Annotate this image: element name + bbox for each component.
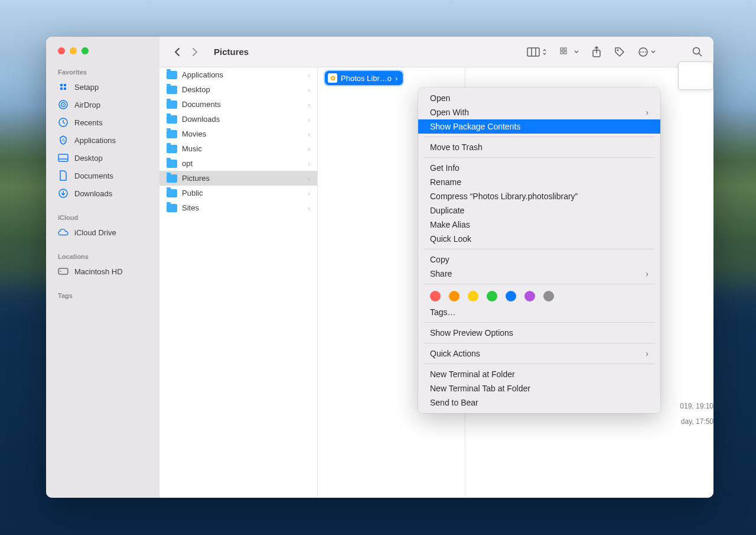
menu-item-tags[interactable]: Tags… [418, 305, 660, 319]
back-button[interactable] [170, 45, 184, 59]
folder-pictures[interactable]: Pictures› [159, 171, 317, 186]
hd-icon [58, 266, 69, 277]
sidebar-heading: Tags [46, 288, 159, 301]
file-photos-library[interactable]: Photos Libr…o› [322, 70, 460, 86]
file-label: Photos Libr…o [341, 74, 392, 83]
sidebar-item-label: Documents [74, 171, 113, 180]
tag-color[interactable] [487, 291, 497, 301]
forward-button[interactable] [188, 45, 202, 59]
folder-label: Pictures [182, 174, 210, 183]
sidebar-item-recents[interactable]: Recents [46, 114, 159, 131]
menu-item-label: Move to Trash [430, 142, 483, 152]
applications-icon: A [58, 135, 69, 145]
folder-label: Applications [182, 70, 223, 79]
folder-icon [167, 115, 177, 124]
folder-music[interactable]: Music› [159, 141, 317, 156]
svg-point-25 [643, 51, 644, 53]
menu-item-quick-actions[interactable]: Quick Actions› [418, 346, 660, 361]
sidebar-item-downloads[interactable]: Downloads [46, 184, 159, 202]
menu-item-label: Quick Look [430, 234, 471, 244]
group-by-button[interactable] [560, 47, 579, 57]
folder-icon [167, 71, 177, 79]
tag-color[interactable] [524, 291, 535, 301]
documents-icon [58, 170, 69, 181]
close-window-button[interactable] [58, 47, 65, 54]
photos-library-icon [328, 73, 337, 83]
folder-desktop[interactable]: Desktop› [159, 82, 317, 97]
sidebar-item-label: iCloud Drive [74, 228, 116, 237]
share-button[interactable] [592, 46, 601, 58]
svg-rect-20 [564, 51, 566, 54]
tag-color[interactable] [543, 291, 554, 301]
folder-sites[interactable]: Sites› [159, 200, 317, 215]
tag-color-row [418, 287, 660, 305]
menu-item-share[interactable]: Share› [418, 267, 660, 281]
svg-point-26 [645, 51, 646, 53]
view-columns-button[interactable] [527, 47, 547, 57]
chevron-right-icon: › [308, 72, 310, 79]
folder-opt[interactable]: opt› [159, 156, 317, 171]
sidebar-heading: iCloud [46, 210, 159, 223]
action-button[interactable] [638, 47, 656, 57]
search-button[interactable] [692, 47, 703, 57]
tag-color[interactable] [449, 291, 460, 301]
tag-color[interactable] [430, 291, 441, 301]
sidebar-item-macintosh-hd[interactable]: Macintosh HD [46, 262, 159, 280]
tags-button[interactable] [614, 47, 625, 57]
menu-item-make-alias[interactable]: Make Alias [418, 218, 660, 232]
folder-public[interactable]: Public› [159, 186, 317, 200]
menu-item-show-preview-options[interactable]: Show Preview Options [418, 326, 660, 340]
menu-item-open-with[interactable]: Open With› [418, 105, 660, 119]
column-1: Applications›Desktop›Documents›Downloads… [159, 67, 318, 498]
tag-color[interactable] [506, 291, 516, 301]
folder-icon [167, 100, 177, 109]
menu-item-move-to-trash[interactable]: Move to Trash [418, 140, 660, 154]
chevron-right-icon: › [308, 131, 310, 138]
chevron-right-icon: › [308, 205, 310, 212]
window-controls [46, 47, 159, 65]
menu-item-duplicate[interactable]: Duplicate [418, 203, 660, 218]
svg-point-22 [617, 49, 619, 51]
svg-point-24 [640, 51, 641, 53]
svg-rect-3 [64, 87, 66, 90]
menu-item-rename[interactable]: Rename [418, 175, 660, 189]
menu-item-send-to-bear[interactable]: Send to Bear [418, 395, 660, 410]
menu-item-label: Show Preview Options [430, 328, 513, 338]
preview-thumbnail [678, 61, 713, 90]
menu-item-label: New Terminal Tab at Folder [430, 384, 530, 393]
menu-item-get-info[interactable]: Get Info [418, 161, 660, 175]
menu-item-label: Quick Actions [430, 349, 480, 358]
svg-point-6 [63, 104, 64, 105]
sidebar-item-documents[interactable]: Documents [46, 167, 159, 184]
menu-item-new-terminal-tab-at-folder[interactable]: New Terminal Tab at Folder [418, 381, 660, 395]
sidebar-item-label: Setapp [74, 83, 99, 92]
menu-item-compress-photos-library-photoslibrary[interactable]: Compress “Photos Library.photoslibrary” [418, 189, 660, 203]
minimize-window-button[interactable] [70, 47, 77, 54]
folder-label: Sites [182, 203, 199, 212]
sidebar-item-icloud-drive[interactable]: iCloud Drive [46, 223, 159, 241]
menu-item-label: Tags… [430, 307, 456, 317]
folder-movies[interactable]: Movies› [159, 127, 317, 141]
sidebar-item-airdrop[interactable]: AirDrop [46, 96, 159, 114]
menu-item-quick-look[interactable]: Quick Look [418, 232, 660, 246]
svg-rect-9 [58, 154, 68, 161]
sidebar-item-setapp[interactable]: Setapp [46, 78, 159, 96]
menu-item-label: Show Package Contents [430, 122, 520, 131]
menu-item-label: Open [430, 93, 450, 103]
folder-documents[interactable]: Documents› [159, 97, 317, 112]
sidebar-heading: Favorites [46, 65, 159, 78]
chevron-right-icon: › [308, 101, 310, 108]
menu-item-new-terminal-at-folder[interactable]: New Terminal at Folder [418, 367, 660, 381]
menu-item-show-package-contents[interactable]: Show Package Contents [418, 119, 660, 134]
tag-color[interactable] [468, 291, 478, 301]
sidebar-item-desktop[interactable]: Desktop [46, 149, 159, 167]
sidebar-item-label: Downloads [74, 189, 112, 198]
folder-label: Music [182, 144, 202, 153]
folder-downloads[interactable]: Downloads› [159, 112, 317, 127]
sidebar-item-applications[interactable]: AApplications [46, 131, 159, 149]
menu-item-open[interactable]: Open [418, 91, 660, 105]
zoom-window-button[interactable] [82, 47, 89, 54]
folder-icon [167, 145, 177, 153]
folder-applications[interactable]: Applications› [159, 67, 317, 82]
menu-item-copy[interactable]: Copy [418, 252, 660, 267]
